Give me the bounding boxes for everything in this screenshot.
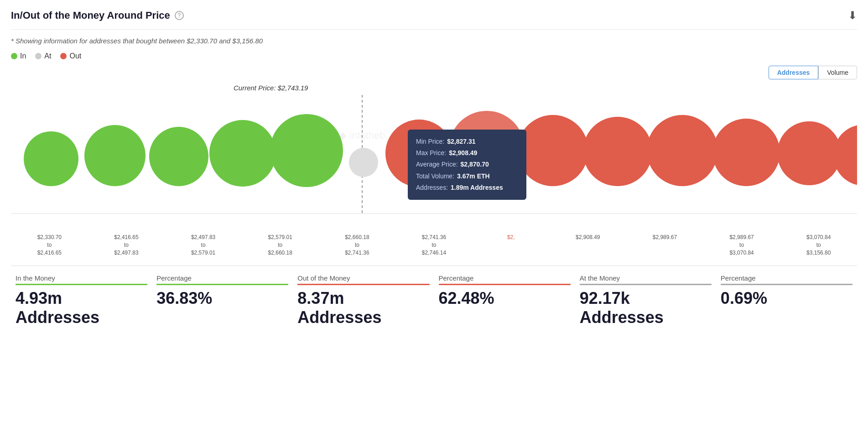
stat-value-out: 8.37m Addresses xyxy=(297,289,429,327)
xaxis-item-2: $2,497.83 to $2,579.01 xyxy=(165,234,242,256)
stat-underline-in xyxy=(16,284,147,285)
xaxis-item-1: $2,416.65 to $2,497.83 xyxy=(88,234,165,256)
volume-tab[interactable]: Volume xyxy=(818,66,857,79)
xaxis-item-6: $2, xyxy=(473,234,550,256)
stat-pct-label-out: Percentage xyxy=(439,274,571,282)
page-title: In/Out of the Money Around Price xyxy=(11,10,170,21)
tooltip-addresses: Addresses: 1.89m Addresses xyxy=(416,182,518,193)
subtitle: * Showing information for addresses that… xyxy=(11,37,857,45)
legend: In At Out xyxy=(11,52,857,60)
stat-value-in: 4.93m Addresses xyxy=(16,289,147,327)
stat-underline-at xyxy=(580,284,712,285)
bubble-2[interactable] xyxy=(84,125,146,186)
stat-value-at: 92.17k Addresses xyxy=(580,289,712,327)
bubble-1[interactable] xyxy=(24,131,78,186)
bubble-3[interactable] xyxy=(149,127,208,186)
tooltip-total-vol: Total Volume: 3.67m ETH xyxy=(416,171,518,182)
stat-underline-out xyxy=(297,284,429,285)
help-icon[interactable]: ? xyxy=(175,11,184,20)
legend-item-out: Out xyxy=(60,52,81,60)
xaxis-item-0: $2,330.70 to $2,416.65 xyxy=(11,234,88,256)
download-icon[interactable]: ⬇ xyxy=(848,9,857,22)
bubble-14[interactable] xyxy=(833,125,857,186)
stat-pct-underline-in xyxy=(156,284,288,285)
bubble-11[interactable] xyxy=(647,115,718,186)
xaxis-item-4: $2,660.18 to $2,741.36 xyxy=(319,234,396,256)
bubble-13[interactable] xyxy=(777,121,841,185)
legend-label-at: At xyxy=(44,52,51,60)
stat-pct-label-in: Percentage xyxy=(156,274,288,282)
xaxis-item-9: $2,989.67 to $3,070.84 xyxy=(703,234,780,256)
stat-label-at: At the Money xyxy=(580,274,712,282)
chart-area: Current Price: $2,743.19 xyxy=(11,84,857,230)
legend-dot-out xyxy=(60,53,67,59)
legend-dot-in xyxy=(11,53,17,59)
toolbar: Addresses Volume xyxy=(11,66,857,79)
legend-item-at: At xyxy=(35,52,51,60)
stat-pct-underline-out xyxy=(439,284,571,285)
header: In/Out of the Money Around Price ? ⬇ xyxy=(11,9,857,30)
stat-pct-underline-at xyxy=(721,284,852,285)
header-left: In/Out of the Money Around Price ? xyxy=(11,10,184,21)
xaxis-item-5: $2,741.36 to $2,746.14 xyxy=(395,234,473,256)
xaxis-item-7: $2,908.49 xyxy=(549,234,626,256)
xaxis-item-8: $2,989.67 xyxy=(626,234,703,256)
tooltip: Min Price: $2,827.31 Max Price: $2,908.4… xyxy=(408,130,526,200)
xaxis-item-3: $2,579.01 to $2,660.18 xyxy=(242,234,319,256)
legend-item-in: In xyxy=(11,52,26,60)
bubble-10[interactable] xyxy=(583,117,652,186)
tooltip-avg-price: Average Price: $2,870.70 xyxy=(416,159,518,170)
legend-label-in: In xyxy=(20,52,26,60)
stat-pct-at: Percentage 0.69% xyxy=(716,274,857,327)
xaxis: $2,330.70 to $2,416.65 $2,416.65 to $2,4… xyxy=(11,234,857,256)
stat-in-the-money: In the Money 4.93m Addresses xyxy=(11,274,152,327)
bubble-at[interactable] xyxy=(349,148,378,177)
bubble-5[interactable] xyxy=(270,114,343,187)
legend-dot-at xyxy=(35,53,42,59)
legend-label-out: Out xyxy=(69,52,81,60)
stat-pct-label-at: Percentage xyxy=(721,274,852,282)
stat-label-out: Out of the Money xyxy=(297,274,429,282)
stat-at-money: At the Money 92.17k Addresses xyxy=(575,274,716,327)
bubble-12[interactable] xyxy=(712,119,780,186)
bubble-4[interactable] xyxy=(209,120,276,187)
xaxis-item-10: $3,070.84 to $3,156.80 xyxy=(780,234,857,256)
stat-pct-value-at: 0.69% xyxy=(721,289,852,308)
stat-pct-value-in: 36.83% xyxy=(156,289,288,308)
addresses-tab[interactable]: Addresses xyxy=(769,66,819,79)
stats-bar: In the Money 4.93m Addresses Percentage … xyxy=(11,266,857,327)
stat-pct-in: Percentage 36.83% xyxy=(152,274,293,327)
tooltip-max-price: Max Price: $2,908.49 xyxy=(416,147,518,159)
stat-pct-value-out: 62.48% xyxy=(439,289,571,308)
stat-out-of-money: Out of the Money 8.37m Addresses xyxy=(293,274,434,327)
current-price-label: Current Price: $2,743.19 xyxy=(234,84,308,92)
stat-label-in: In the Money xyxy=(16,274,147,282)
stat-pct-out: Percentage 62.48% xyxy=(434,274,575,327)
bubble-9[interactable] xyxy=(517,115,588,186)
tooltip-min-price: Min Price: $2,827.31 xyxy=(416,136,518,147)
